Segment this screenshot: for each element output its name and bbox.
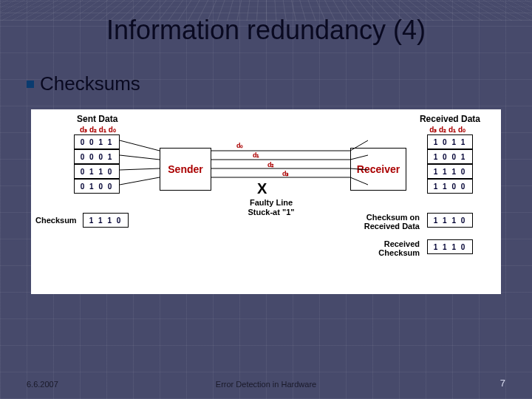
checksum-value-left: 1 1 1 0 bbox=[83, 213, 129, 228]
sent-data-column: 0 0 1 1 0 0 0 1 0 1 1 0 0 1 0 0 bbox=[74, 134, 120, 194]
received-checksum-value: 1 1 1 0 bbox=[427, 239, 473, 254]
sent-row: 0 1 0 0 bbox=[74, 179, 120, 194]
recv-row: 1 0 0 1 bbox=[427, 149, 473, 164]
slide: Information redundancy (4) Checksums Sen… bbox=[0, 0, 532, 399]
sent-row: 0 0 0 1 bbox=[74, 149, 120, 164]
footer-title: Error Detection in Hardware bbox=[0, 380, 532, 389]
bus-label-d1: d₁ bbox=[253, 151, 260, 159]
faulty-line-label: Faulty Line Stuck-at "1" bbox=[238, 198, 304, 217]
svg-line-11 bbox=[350, 177, 368, 185]
received-data-header: Received Data bbox=[420, 114, 480, 124]
sent-data-header: Sent Data bbox=[77, 114, 117, 124]
checksum-label-left: Checksum bbox=[35, 216, 77, 225]
fault-x-icon: X bbox=[257, 180, 267, 197]
recv-row: 1 0 1 1 bbox=[427, 134, 473, 149]
bit-labels-right: d₃ d₂ d₁ d₀ bbox=[429, 126, 466, 134]
svg-line-0 bbox=[120, 140, 160, 151]
checksum-on-received-value: 1 1 1 0 bbox=[427, 213, 473, 228]
received-data-column: 1 0 1 1 1 0 0 1 1 1 1 0 1 1 0 0 bbox=[427, 134, 473, 194]
slide-title: Information redundancy (4) bbox=[0, 15, 532, 46]
bit-labels-left: d₃ d₂ d₁ d₀ bbox=[80, 126, 116, 134]
svg-line-5 bbox=[350, 155, 368, 160]
bus-label-d3: d₃ bbox=[282, 170, 290, 177]
svg-line-2 bbox=[350, 140, 368, 151]
bullet-icon bbox=[27, 81, 34, 88]
sent-row: 0 1 1 0 bbox=[74, 164, 120, 179]
diagram-container: Sent Data Received Data d₃ d₂ d₁ d₀ d₃ d… bbox=[31, 109, 501, 294]
recv-row: 1 1 0 0 bbox=[427, 179, 473, 194]
svg-line-9 bbox=[120, 177, 160, 185]
svg-line-6 bbox=[120, 168, 160, 170]
footer-page-number: 7 bbox=[500, 378, 505, 389]
bullet-item: Checksums bbox=[27, 72, 140, 95]
sent-row: 0 0 1 1 bbox=[74, 134, 120, 149]
bullet-text: Checksums bbox=[40, 72, 140, 95]
bus-lines: d₀ d₁ d₂ d₃ X bbox=[120, 134, 368, 205]
bus-label-d2: d₂ bbox=[267, 161, 275, 168]
received-checksum-label: Received Checksum bbox=[331, 239, 420, 257]
recv-row: 1 1 1 0 bbox=[427, 164, 473, 179]
svg-line-8 bbox=[350, 168, 368, 170]
checksum-on-received-label: Checksum on Received Data bbox=[331, 213, 420, 231]
bus-label-d0: d₀ bbox=[236, 142, 244, 149]
svg-line-3 bbox=[120, 155, 160, 160]
